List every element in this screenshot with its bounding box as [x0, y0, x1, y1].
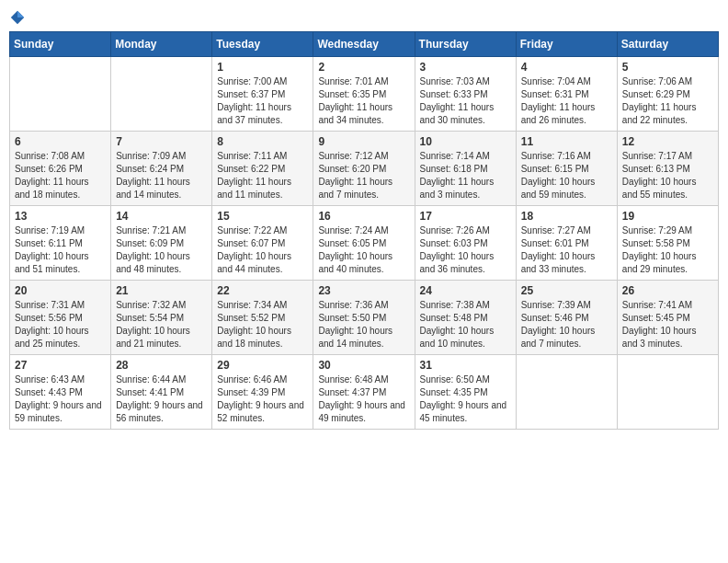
day-info: Sunrise: 7:11 AM Sunset: 6:22 PM Dayligh… [217, 150, 308, 201]
day-info: Sunrise: 6:44 AM Sunset: 4:41 PM Dayligh… [116, 373, 207, 425]
weekday-header-tuesday: Tuesday [212, 32, 313, 57]
day-info: Sunrise: 7:21 AM Sunset: 6:09 PM Dayligh… [116, 224, 207, 276]
calendar-cell: 15Sunrise: 7:22 AM Sunset: 6:07 PM Dayli… [212, 206, 313, 281]
calendar-cell: 13Sunrise: 7:19 AM Sunset: 6:11 PM Dayli… [10, 206, 111, 281]
calendar-cell: 17Sunrise: 7:26 AM Sunset: 6:03 PM Dayli… [415, 206, 516, 281]
day-number: 30 [318, 359, 409, 372]
day-info: Sunrise: 7:03 AM Sunset: 6:33 PM Dayligh… [420, 75, 511, 127]
day-number: 31 [420, 359, 511, 372]
day-number: 1 [217, 61, 308, 74]
calendar-cell: 23Sunrise: 7:36 AM Sunset: 5:50 PM Dayli… [313, 281, 415, 355]
day-info: Sunrise: 7:36 AM Sunset: 5:50 PM Dayligh… [318, 299, 409, 350]
day-info: Sunrise: 7:26 AM Sunset: 6:03 PM Dayligh… [420, 224, 511, 276]
day-info: Sunrise: 7:12 AM Sunset: 6:20 PM Dayligh… [318, 150, 409, 201]
calendar-cell: 18Sunrise: 7:27 AM Sunset: 6:01 PM Dayli… [516, 206, 617, 281]
calendar-cell: 21Sunrise: 7:32 AM Sunset: 5:54 PM Dayli… [111, 281, 212, 355]
calendar-cell [516, 355, 617, 430]
calendar-week-row: 13Sunrise: 7:19 AM Sunset: 6:11 PM Dayli… [10, 206, 719, 281]
weekday-header-thursday: Thursday [415, 32, 516, 57]
calendar-cell: 27Sunrise: 6:43 AM Sunset: 4:43 PM Dayli… [10, 355, 111, 430]
weekday-header-wednesday: Wednesday [313, 32, 415, 57]
calendar-cell: 28Sunrise: 6:44 AM Sunset: 4:41 PM Dayli… [111, 355, 212, 430]
calendar-cell: 25Sunrise: 7:39 AM Sunset: 5:46 PM Dayli… [516, 281, 617, 355]
calendar-cell [10, 57, 111, 132]
calendar-cell: 14Sunrise: 7:21 AM Sunset: 6:09 PM Dayli… [111, 206, 212, 281]
day-number: 15 [217, 210, 308, 223]
day-number: 13 [15, 210, 106, 223]
day-info: Sunrise: 7:16 AM Sunset: 6:15 PM Dayligh… [521, 150, 612, 201]
weekday-header-friday: Friday [516, 32, 617, 57]
calendar-cell: 2Sunrise: 7:01 AM Sunset: 6:35 PM Daylig… [313, 57, 415, 132]
calendar-cell [111, 57, 212, 132]
page-header [9, 9, 719, 26]
calendar-cell: 8Sunrise: 7:11 AM Sunset: 6:22 PM Daylig… [212, 132, 313, 206]
day-info: Sunrise: 6:46 AM Sunset: 4:39 PM Dayligh… [217, 373, 308, 425]
calendar-cell: 16Sunrise: 7:24 AM Sunset: 6:05 PM Dayli… [313, 206, 415, 281]
day-number: 27 [15, 359, 106, 372]
calendar-cell: 4Sunrise: 7:04 AM Sunset: 6:31 PM Daylig… [516, 57, 617, 132]
calendar-cell [617, 355, 718, 430]
calendar-cell: 24Sunrise: 7:38 AM Sunset: 5:48 PM Dayli… [415, 281, 516, 355]
svg-marker-1 [17, 11, 24, 17]
logo-icon [9, 9, 26, 26]
day-number: 20 [15, 284, 106, 297]
calendar-cell: 30Sunrise: 6:48 AM Sunset: 4:37 PM Dayli… [313, 355, 415, 430]
calendar-cell: 7Sunrise: 7:09 AM Sunset: 6:24 PM Daylig… [111, 132, 212, 206]
day-number: 4 [521, 61, 612, 74]
day-number: 26 [622, 284, 713, 297]
day-number: 28 [116, 359, 207, 372]
day-number: 23 [318, 284, 409, 297]
day-info: Sunrise: 7:41 AM Sunset: 5:45 PM Dayligh… [622, 299, 713, 350]
day-number: 21 [116, 284, 207, 297]
calendar-cell: 6Sunrise: 7:08 AM Sunset: 6:26 PM Daylig… [10, 132, 111, 206]
day-number: 19 [622, 210, 713, 223]
day-number: 16 [318, 210, 409, 223]
calendar-cell: 26Sunrise: 7:41 AM Sunset: 5:45 PM Dayli… [617, 281, 718, 355]
day-info: Sunrise: 7:31 AM Sunset: 5:56 PM Dayligh… [15, 299, 106, 350]
day-number: 25 [521, 284, 612, 297]
day-number: 5 [622, 61, 713, 74]
calendar-cell: 20Sunrise: 7:31 AM Sunset: 5:56 PM Dayli… [10, 281, 111, 355]
calendar-week-row: 6Sunrise: 7:08 AM Sunset: 6:26 PM Daylig… [10, 132, 719, 206]
calendar-table: SundayMondayTuesdayWednesdayThursdayFrid… [9, 31, 719, 430]
calendar-cell: 11Sunrise: 7:16 AM Sunset: 6:15 PM Dayli… [516, 132, 617, 206]
day-number: 10 [420, 135, 511, 148]
day-info: Sunrise: 7:14 AM Sunset: 6:18 PM Dayligh… [420, 150, 511, 201]
day-info: Sunrise: 6:50 AM Sunset: 4:35 PM Dayligh… [420, 373, 511, 425]
day-info: Sunrise: 6:48 AM Sunset: 4:37 PM Dayligh… [318, 373, 409, 425]
day-number: 29 [217, 359, 308, 372]
day-info: Sunrise: 7:29 AM Sunset: 5:58 PM Dayligh… [622, 224, 713, 276]
calendar-cell: 12Sunrise: 7:17 AM Sunset: 6:13 PM Dayli… [617, 132, 718, 206]
logo [9, 9, 28, 26]
day-number: 18 [521, 210, 612, 223]
calendar-cell: 9Sunrise: 7:12 AM Sunset: 6:20 PM Daylig… [313, 132, 415, 206]
weekday-header-saturday: Saturday [617, 32, 718, 57]
day-info: Sunrise: 7:17 AM Sunset: 6:13 PM Dayligh… [622, 150, 713, 201]
day-number: 14 [116, 210, 207, 223]
day-info: Sunrise: 7:39 AM Sunset: 5:46 PM Dayligh… [521, 299, 612, 350]
calendar-cell: 31Sunrise: 6:50 AM Sunset: 4:35 PM Dayli… [415, 355, 516, 430]
calendar-cell: 22Sunrise: 7:34 AM Sunset: 5:52 PM Dayli… [212, 281, 313, 355]
day-number: 3 [420, 61, 511, 74]
day-info: Sunrise: 7:38 AM Sunset: 5:48 PM Dayligh… [420, 299, 511, 350]
day-info: Sunrise: 7:01 AM Sunset: 6:35 PM Dayligh… [318, 75, 409, 127]
day-number: 12 [622, 135, 713, 148]
day-info: Sunrise: 6:43 AM Sunset: 4:43 PM Dayligh… [15, 373, 106, 425]
day-number: 7 [116, 135, 207, 148]
day-number: 17 [420, 210, 511, 223]
day-info: Sunrise: 7:24 AM Sunset: 6:05 PM Dayligh… [318, 224, 409, 276]
weekday-header-sunday: Sunday [10, 32, 111, 57]
day-number: 9 [318, 135, 409, 148]
day-info: Sunrise: 7:04 AM Sunset: 6:31 PM Dayligh… [521, 75, 612, 127]
day-number: 8 [217, 135, 308, 148]
calendar-cell: 19Sunrise: 7:29 AM Sunset: 5:58 PM Dayli… [617, 206, 718, 281]
calendar-cell: 3Sunrise: 7:03 AM Sunset: 6:33 PM Daylig… [415, 57, 516, 132]
calendar-week-row: 27Sunrise: 6:43 AM Sunset: 4:43 PM Dayli… [10, 355, 719, 430]
calendar-cell: 10Sunrise: 7:14 AM Sunset: 6:18 PM Dayli… [415, 132, 516, 206]
day-info: Sunrise: 7:32 AM Sunset: 5:54 PM Dayligh… [116, 299, 207, 350]
day-number: 24 [420, 284, 511, 297]
weekday-header-row: SundayMondayTuesdayWednesdayThursdayFrid… [10, 32, 719, 57]
day-info: Sunrise: 7:00 AM Sunset: 6:37 PM Dayligh… [217, 75, 308, 127]
day-number: 2 [318, 61, 409, 74]
calendar-cell: 1Sunrise: 7:00 AM Sunset: 6:37 PM Daylig… [212, 57, 313, 132]
